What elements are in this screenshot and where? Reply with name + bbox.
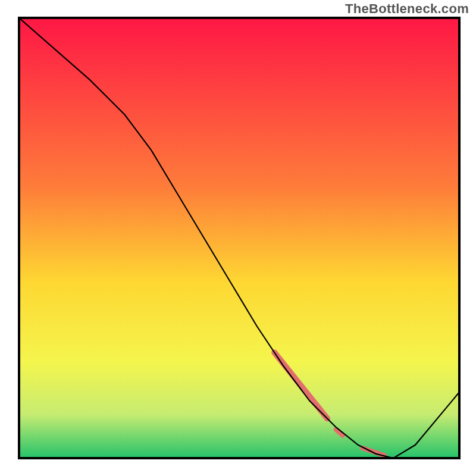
- plot-background: [19, 18, 459, 458]
- bottleneck-chart: [0, 0, 476, 476]
- watermark-text: TheBottleneck.com: [345, 1, 469, 17]
- chart-container: TheBottleneck.com: [0, 0, 476, 476]
